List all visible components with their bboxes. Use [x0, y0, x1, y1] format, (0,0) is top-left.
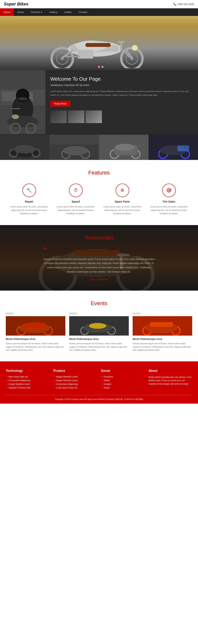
nav-gallery[interactable]: Gallery — [46, 8, 61, 16]
footer-product-link-3[interactable]: → Consectetur Adipiscing — [53, 383, 97, 385]
footer-about: About Morbi pretium gravida justo nec ul… — [149, 369, 192, 390]
nav-services[interactable]: Services ▾ — [27, 8, 46, 16]
svg-point-44 — [115, 144, 135, 151]
footer-technology: Technology → New Listing Sign Up → Conse… — [6, 369, 49, 390]
welcome-subtitle: Vestibulum Interdum Mi Sit Amet — [50, 84, 193, 87]
footer-vimeo-link[interactable]: → Vimeo — [101, 386, 145, 389]
svg-rect-49 — [178, 146, 189, 151]
thumb-1[interactable] — [50, 110, 67, 123]
slider-dot-3[interactable] — [101, 66, 103, 68]
svg-rect-11 — [117, 41, 125, 43]
event-title-2: Morbi Pellentesque Urna — [69, 338, 129, 340]
gallery-item-3[interactable] — [99, 135, 149, 160]
read-more-button[interactable]: Read More — [50, 100, 70, 106]
repair-icon-circle: 🔧 — [22, 184, 36, 197]
event-title-3: Morbi Pellentesque Urna — [133, 338, 192, 340]
motorcycle-svg — [31, 26, 167, 68]
testimonial-block: " Aenean nonummy hendrerit mau phasellus… — [43, 247, 155, 281]
footer: Technology → New Listing Sign Up → Conse… — [0, 361, 198, 404]
feature-speed-body: Lorem ipsum dolor sit amet, consectetur … — [55, 205, 96, 216]
feature-speed-label: Speed — [55, 200, 96, 203]
features-grid: 🔧 Repair Lorem ipsum dolor sit amet, con… — [6, 184, 192, 216]
svg-rect-29 — [11, 108, 20, 109]
events-section: Events 03/2015 Morbi Pellentesque Urna N… — [0, 290, 198, 361]
header: Super Bikes 📞 +984 515 4945 — [0, 0, 198, 8]
event-image-3 — [133, 316, 192, 336]
svg-rect-72 — [150, 322, 173, 327]
footer-technology-links: → New Listing Sign Up → Consectetur Adip… — [6, 376, 49, 389]
footer-product-link-1[interactable]: → Integer Molestie Lorem — [53, 376, 97, 378]
slider-dots — [95, 66, 103, 68]
welcome-section: Welcome To Our Page Vestibulum Interdum … — [0, 70, 198, 135]
event-date-1: 03/2015 — [6, 312, 65, 315]
svg-rect-15 — [78, 50, 93, 58]
event-image-2 — [69, 316, 129, 336]
copyright-text: Copyright © 2016.Company name All rights… — [55, 398, 143, 400]
footer-twitter-link[interactable]: → Twitter — [101, 379, 145, 382]
feature-repair-label: Repair — [9, 200, 49, 203]
footer-product-link-2[interactable]: → Integer Molestie Lorem — [53, 379, 97, 382]
welcome-thumbnails — [50, 110, 193, 123]
feature-spare-parts: ⚙ Spare Parts Lorem ipsum dolor sit amet… — [99, 184, 146, 216]
feature-repair-body: Lorem ipsum dolor sit amet, consectetur … — [9, 205, 49, 216]
gallery-item-1[interactable] — [0, 135, 49, 160]
gallery-strip — [0, 135, 198, 160]
nav-contact[interactable]: Contact — [75, 8, 91, 16]
testimonial-name: John Anderson — [43, 278, 155, 281]
event-item-2: 02/2015 Morbi Pellentesque Urna Nullam p… — [69, 312, 129, 352]
feature-repair: 🔧 Repair Lorem ipsum dolor sit amet, con… — [6, 184, 52, 216]
tire-sales-icon-circle: 🎯 — [162, 184, 176, 197]
feature-spare-parts-label: Spare Parts — [102, 200, 143, 203]
footer-tech-link-1[interactable]: → New Listing Sign Up — [6, 376, 49, 378]
svg-rect-16 — [64, 56, 80, 57]
site-logo: Super Bikes — [4, 2, 28, 6]
footer-about-heading: About — [149, 369, 192, 372]
footer-social-heading: Social — [101, 369, 145, 372]
svg-point-67 — [89, 323, 106, 329]
phone-icon: 📞 — [174, 3, 177, 6]
event-item-1: 03/2015 Morbi Pellentesque Urna Nullam p… — [6, 312, 65, 352]
thumb-2[interactable] — [68, 110, 84, 123]
footer-google-link[interactable]: → Google+ — [101, 383, 145, 385]
feature-tire-sales-body: Lorem ipsum dolor sit amet, consectetur … — [149, 205, 189, 216]
feature-speed: ⏱ Speed Lorem ipsum dolor sit amet, cons… — [52, 184, 99, 216]
hero-slider — [0, 16, 198, 70]
thumb-3[interactable] — [86, 110, 102, 123]
slider-dot-2[interactable] — [98, 66, 100, 68]
footer-tech-link-4[interactable]: → Facilisis in Pretium Nisl — [6, 386, 49, 389]
event-date-2: 02/2015 — [69, 312, 129, 315]
footer-social-links: → Facebook → Twitter → Google+ → Vimeo — [101, 376, 145, 389]
speed-icon-circle: ⏱ — [69, 184, 83, 197]
nav-codes[interactable]: Codes — [61, 8, 75, 16]
nav-about[interactable]: About — [14, 8, 27, 16]
event-body-1: Nullam placerat aliquet nisi id finibus.… — [6, 342, 65, 352]
svg-rect-9 — [86, 43, 111, 47]
svg-point-39 — [63, 146, 88, 155]
footer-facebook-link[interactable]: → Facebook — [101, 376, 145, 378]
footer-product-link-4[interactable]: → Lorem Ipsum Dolor Sit — [53, 386, 97, 389]
event-body-3: Nullam placerat aliquet nisi id finibus.… — [133, 342, 192, 352]
svg-point-24 — [18, 97, 27, 100]
svg-rect-62 — [25, 323, 44, 327]
feature-spare-parts-body: Lorem ipsum dolor sit amet, consectetur … — [102, 205, 143, 216]
events-title: Events — [6, 300, 192, 306]
main-nav: Home About Services ▾ Gallery Codes Cont… — [0, 8, 198, 16]
slider-dot-1[interactable] — [95, 66, 97, 68]
nav-home[interactable]: Home — [0, 8, 14, 16]
quote-mark: " — [43, 247, 155, 255]
testimonials-section: Testimonials " Aenean nonummy hendrerit … — [0, 225, 198, 290]
feature-tire-sales: 🎯 Tire Sales Lorem ipsum dolor sit amet,… — [146, 184, 192, 216]
footer-tech-link-2[interactable]: → Consectetur Adipiscing — [6, 379, 49, 382]
footer-about-text: Morbi pretium gravida justo nec ultrices… — [149, 376, 192, 386]
footer-social: Social → Facebook → Twitter → Google+ → … — [101, 369, 145, 390]
footer-technology-heading: Technology — [6, 369, 49, 372]
svg-point-17 — [132, 45, 138, 51]
gallery-item-4[interactable] — [149, 135, 198, 160]
event-date-3: 04/2015 — [133, 312, 192, 315]
footer-grid: Technology → New Listing Sign Up → Conse… — [6, 369, 192, 390]
gallery-item-2[interactable] — [49, 135, 99, 160]
welcome-title: Welcome To Our Page — [50, 76, 193, 82]
footer-tech-link-3[interactable]: → Integer Molestie Lorem — [6, 383, 49, 385]
testimonials-title: Testimonials — [6, 235, 192, 241]
features-title: Features — [6, 170, 192, 176]
